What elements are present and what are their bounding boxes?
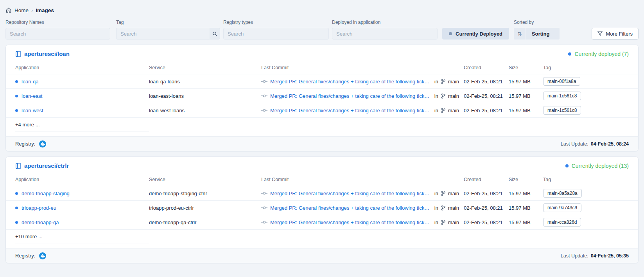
repository-card-loan: aperturesci/loan Currently deployed (7) … bbox=[5, 45, 639, 151]
application-link[interactable]: demo-trioapp-qa bbox=[22, 219, 59, 225]
commit-message-link[interactable]: Merged PR: General fixes/changes + takin… bbox=[270, 93, 432, 99]
repository-names-label: Repository Names bbox=[5, 20, 110, 25]
created-cell: 02-Feb-25, 08:21 bbox=[464, 219, 509, 225]
application-link[interactable]: demo-trioapp-staging bbox=[22, 191, 70, 196]
docker-registry-icon[interactable] bbox=[39, 252, 46, 259]
tag-badge[interactable]: main-1c561c8 bbox=[543, 92, 581, 100]
branch-name: main bbox=[448, 93, 459, 99]
home-icon bbox=[5, 7, 12, 13]
card-footer: Registry: Last Update: 04-Feb-25, 08:24 bbox=[6, 136, 638, 151]
toggle-dot-icon bbox=[449, 32, 452, 35]
col-header-service: Service bbox=[149, 65, 261, 70]
registry-label: Registry: bbox=[15, 141, 35, 147]
registry-types-filter: Registry types bbox=[223, 20, 329, 40]
tag-badge[interactable]: main-00f1a8a bbox=[543, 77, 580, 86]
commit-message-link[interactable]: Merged PR: General fixes/changes + takin… bbox=[270, 108, 432, 113]
application-link[interactable]: loan-west bbox=[22, 108, 43, 113]
commit-message-link[interactable]: Merged PR: General fixes/changes + takin… bbox=[270, 191, 432, 196]
repository-title-link[interactable]: aperturesci/ctrlr bbox=[24, 162, 69, 169]
created-cell: 02-Feb-25, 08:21 bbox=[464, 191, 509, 196]
last-update-value: 04-Feb-25, 05:35 bbox=[591, 253, 629, 259]
sorting-select[interactable]: Sorting bbox=[526, 28, 560, 40]
table-row: demo-trioapp-staging demo-trioapp-stagin… bbox=[6, 186, 638, 201]
in-label: in bbox=[434, 219, 438, 225]
commit-message-link[interactable]: Merged PR: General fixes/changes + takin… bbox=[270, 205, 432, 211]
tag-search-input[interactable] bbox=[116, 28, 210, 40]
branch-name: main bbox=[448, 191, 459, 196]
application-status-dot-icon bbox=[15, 207, 18, 209]
deployed-in-application-input[interactable] bbox=[332, 28, 438, 40]
git-branch-icon bbox=[441, 205, 445, 210]
commit-message-link[interactable]: Merged PR: General fixes/changes + takin… bbox=[270, 219, 432, 225]
repository-icon bbox=[15, 51, 21, 57]
col-header-application: Application bbox=[15, 177, 149, 182]
commit-icon bbox=[261, 94, 267, 98]
size-cell: 15.97 MB bbox=[509, 79, 543, 85]
more-filters-button[interactable]: More Filters bbox=[592, 28, 639, 40]
repository-card-ctrlr: aperturesci/ctrlr Currently deployed (13… bbox=[5, 156, 639, 263]
show-more-link[interactable]: +4 more ... bbox=[15, 122, 40, 128]
tag-badge[interactable]: main-9a743c9 bbox=[543, 203, 581, 212]
page-title: Images bbox=[36, 7, 54, 13]
repository-card-header: aperturesci/loan Currently deployed (7) bbox=[6, 45, 638, 61]
application-status-dot-icon bbox=[15, 95, 18, 97]
application-status-dot-icon bbox=[15, 221, 18, 224]
sorted-by-label: Sorted by bbox=[514, 20, 560, 25]
repository-names-input[interactable] bbox=[5, 28, 110, 40]
service-cell: demo-trioapp-qa-ctrlr bbox=[149, 219, 261, 225]
size-cell: 15.97 MB bbox=[509, 205, 543, 211]
application-link[interactable]: loan-east bbox=[22, 93, 42, 99]
registry-types-input[interactable] bbox=[223, 28, 329, 40]
tag-badge[interactable]: main-1c561c8 bbox=[543, 106, 581, 115]
table-row: loan-qa loan-qa-loans Merged PR: General… bbox=[6, 74, 638, 89]
card-footer: Registry: Last Update: 04-Feb-25, 05:35 bbox=[6, 248, 638, 263]
commit-icon bbox=[261, 79, 267, 83]
deployed-count-label: Currently deployed (13) bbox=[572, 163, 629, 169]
table-row: demo-trioapp-qa demo-trioapp-qa-ctrlr Me… bbox=[6, 215, 638, 230]
git-branch-icon bbox=[441, 108, 445, 113]
in-label: in bbox=[434, 108, 438, 113]
last-update-label: Last Update: bbox=[561, 253, 588, 259]
breadcrumb-home-link[interactable]: Home bbox=[14, 7, 29, 13]
registry-types-label: Registry types bbox=[223, 20, 329, 25]
col-header-last-commit: Last Commit bbox=[261, 177, 464, 182]
col-header-size: Size bbox=[509, 65, 543, 70]
repository-title-link[interactable]: aperturesci/loan bbox=[24, 50, 70, 57]
currently-deployed-status: Currently deployed (7) bbox=[568, 51, 629, 57]
col-header-tag: Tag bbox=[543, 65, 629, 70]
col-header-created: Created bbox=[464, 65, 509, 70]
funnel-icon bbox=[597, 31, 603, 36]
created-cell: 02-Feb-25, 08:21 bbox=[464, 205, 509, 211]
col-header-last-commit: Last Commit bbox=[261, 65, 464, 70]
service-cell: trioapp-prod-eu-ctrlr bbox=[149, 205, 261, 211]
table-row: loan-west loan-west-loans Merged PR: Gen… bbox=[6, 103, 638, 118]
branch-name: main bbox=[448, 205, 459, 211]
sort-direction-button[interactable]: ⇅ bbox=[514, 28, 526, 40]
tag-search-button[interactable] bbox=[210, 28, 220, 40]
deployed-in-application-filter: Deployed in application bbox=[332, 20, 438, 40]
docker-registry-icon[interactable] bbox=[39, 140, 46, 147]
application-link[interactable]: loan-qa bbox=[22, 79, 38, 85]
deployed-dot-icon bbox=[568, 52, 571, 56]
repository-icon bbox=[15, 163, 21, 169]
git-branch-icon bbox=[441, 220, 445, 225]
tag-badge[interactable]: main-8a5a28a bbox=[543, 189, 582, 198]
in-label: in bbox=[434, 79, 438, 85]
git-branch-icon bbox=[441, 191, 445, 196]
currently-deployed-toggle[interactable]: Currently Deployed bbox=[442, 28, 509, 40]
application-link[interactable]: trioapp-prod-eu bbox=[22, 205, 56, 211]
col-header-size: Size bbox=[509, 177, 543, 182]
last-update-label: Last Update: bbox=[561, 141, 588, 147]
show-more-link[interactable]: +10 more ... bbox=[15, 234, 43, 239]
deployed-dot-icon bbox=[565, 164, 569, 167]
col-header-tag: Tag bbox=[543, 177, 629, 182]
application-status-dot-icon bbox=[15, 80, 18, 83]
last-update-value: 04-Feb-25, 08:24 bbox=[591, 141, 629, 147]
col-header-application: Application bbox=[15, 65, 149, 70]
commit-icon bbox=[261, 191, 267, 195]
tag-label: Tag bbox=[116, 20, 220, 25]
commit-message-link[interactable]: Merged PR: General fixes/changes + takin… bbox=[270, 79, 432, 85]
size-cell: 15.97 MB bbox=[509, 219, 543, 225]
tag-badge[interactable]: main-cca826d bbox=[543, 218, 581, 227]
created-cell: 02-Feb-25, 08:21 bbox=[464, 79, 509, 85]
